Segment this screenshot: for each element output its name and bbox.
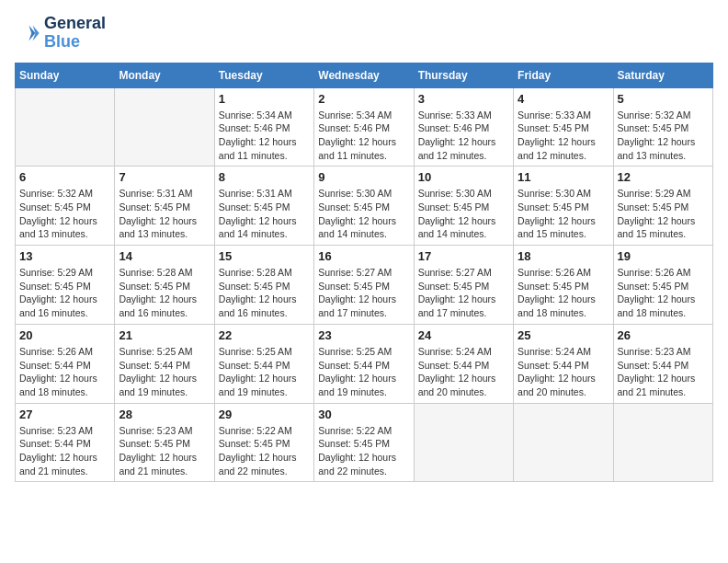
day-header: Wednesday — [314, 63, 414, 87]
calendar-cell: 17Sunrise: 5:27 AMSunset: 5:45 PMDayligh… — [414, 246, 513, 325]
calendar-cell: 1Sunrise: 5:34 AMSunset: 5:46 PMDaylight… — [214, 87, 313, 167]
calendar-cell: 7Sunrise: 5:31 AMSunset: 5:45 PMDaylight… — [115, 167, 214, 246]
day-number: 9 — [318, 170, 409, 184]
day-info: Sunrise: 5:23 AMSunset: 5:45 PMDaylight:… — [119, 424, 210, 478]
day-number: 20 — [19, 328, 110, 342]
calendar-cell: 5Sunrise: 5:32 AMSunset: 5:45 PMDaylight… — [613, 87, 712, 167]
calendar-cell: 11Sunrise: 5:30 AMSunset: 5:45 PMDayligh… — [514, 167, 613, 246]
day-info: Sunrise: 5:23 AMSunset: 5:44 PMDaylight:… — [618, 345, 709, 399]
day-info: Sunrise: 5:30 AMSunset: 5:45 PMDaylight:… — [518, 187, 609, 241]
day-number: 11 — [518, 170, 609, 184]
day-header: Thursday — [414, 63, 513, 87]
calendar-cell: 23Sunrise: 5:25 AMSunset: 5:44 PMDayligh… — [314, 324, 414, 403]
day-number: 5 — [618, 92, 709, 106]
calendar-cell — [613, 403, 712, 482]
day-number: 21 — [119, 328, 210, 342]
day-info: Sunrise: 5:28 AMSunset: 5:45 PMDaylight:… — [219, 266, 310, 320]
day-info: Sunrise: 5:24 AMSunset: 5:44 PMDaylight:… — [418, 345, 509, 399]
day-number: 4 — [518, 92, 609, 106]
day-info: Sunrise: 5:33 AMSunset: 5:45 PMDaylight:… — [518, 109, 609, 163]
day-info: Sunrise: 5:31 AMSunset: 5:45 PMDaylight:… — [119, 187, 210, 241]
day-info: Sunrise: 5:29 AMSunset: 5:45 PMDaylight:… — [618, 187, 709, 241]
calendar-week-row: 20Sunrise: 5:26 AMSunset: 5:44 PMDayligh… — [16, 324, 713, 403]
calendar-cell: 22Sunrise: 5:25 AMSunset: 5:44 PMDayligh… — [214, 324, 313, 403]
calendar-cell: 10Sunrise: 5:30 AMSunset: 5:45 PMDayligh… — [414, 167, 513, 246]
calendar-cell: 14Sunrise: 5:28 AMSunset: 5:45 PMDayligh… — [115, 246, 214, 325]
day-info: Sunrise: 5:28 AMSunset: 5:45 PMDaylight:… — [119, 266, 210, 320]
calendar-cell: 28Sunrise: 5:23 AMSunset: 5:45 PMDayligh… — [115, 403, 214, 482]
logo-text: General Blue — [44, 15, 106, 52]
day-info: Sunrise: 5:27 AMSunset: 5:45 PMDaylight:… — [318, 266, 409, 320]
calendar-cell: 2Sunrise: 5:34 AMSunset: 5:46 PMDaylight… — [314, 87, 414, 167]
day-number: 24 — [418, 328, 509, 342]
day-info: Sunrise: 5:33 AMSunset: 5:46 PMDaylight:… — [418, 109, 509, 163]
calendar-header-row: SundayMondayTuesdayWednesdayThursdayFrid… — [16, 63, 713, 87]
day-number: 25 — [518, 328, 609, 342]
day-info: Sunrise: 5:32 AMSunset: 5:45 PMDaylight:… — [19, 187, 110, 241]
calendar-week-row: 27Sunrise: 5:23 AMSunset: 5:44 PMDayligh… — [16, 403, 713, 482]
day-number: 1 — [219, 92, 310, 106]
day-number: 29 — [219, 408, 310, 421]
day-info: Sunrise: 5:29 AMSunset: 5:45 PMDaylight:… — [19, 266, 110, 320]
day-number: 15 — [219, 249, 310, 263]
calendar-week-row: 1Sunrise: 5:34 AMSunset: 5:46 PMDaylight… — [16, 87, 713, 167]
calendar-cell: 4Sunrise: 5:33 AMSunset: 5:45 PMDaylight… — [514, 87, 613, 167]
day-info: Sunrise: 5:30 AMSunset: 5:45 PMDaylight:… — [318, 187, 409, 241]
day-info: Sunrise: 5:26 AMSunset: 5:45 PMDaylight:… — [618, 266, 709, 320]
day-number: 17 — [418, 249, 509, 263]
calendar-cell: 18Sunrise: 5:26 AMSunset: 5:45 PMDayligh… — [514, 246, 613, 325]
day-info: Sunrise: 5:25 AMSunset: 5:44 PMDaylight:… — [119, 345, 210, 399]
day-number: 13 — [19, 249, 110, 263]
calendar-cell: 12Sunrise: 5:29 AMSunset: 5:45 PMDayligh… — [613, 167, 712, 246]
day-header: Monday — [115, 63, 214, 87]
day-info: Sunrise: 5:24 AMSunset: 5:44 PMDaylight:… — [518, 345, 609, 399]
day-header: Tuesday — [214, 63, 313, 87]
day-number: 30 — [318, 408, 409, 421]
day-info: Sunrise: 5:23 AMSunset: 5:44 PMDaylight:… — [19, 424, 110, 478]
day-number: 26 — [618, 328, 709, 342]
day-number: 2 — [318, 92, 409, 106]
day-info: Sunrise: 5:22 AMSunset: 5:45 PMDaylight:… — [219, 424, 310, 478]
calendar-cell: 27Sunrise: 5:23 AMSunset: 5:44 PMDayligh… — [16, 403, 115, 482]
day-info: Sunrise: 5:32 AMSunset: 5:45 PMDaylight:… — [618, 109, 709, 163]
day-number: 23 — [318, 328, 409, 342]
calendar-cell: 26Sunrise: 5:23 AMSunset: 5:44 PMDayligh… — [613, 324, 712, 403]
calendar-cell: 19Sunrise: 5:26 AMSunset: 5:45 PMDayligh… — [613, 246, 712, 325]
day-info: Sunrise: 5:25 AMSunset: 5:44 PMDaylight:… — [219, 345, 310, 399]
day-info: Sunrise: 5:31 AMSunset: 5:45 PMDaylight:… — [219, 187, 310, 241]
calendar-cell: 20Sunrise: 5:26 AMSunset: 5:44 PMDayligh… — [16, 324, 115, 403]
calendar-week-row: 6Sunrise: 5:32 AMSunset: 5:45 PMDaylight… — [16, 167, 713, 246]
logo: General Blue — [15, 15, 106, 52]
day-info: Sunrise: 5:22 AMSunset: 5:45 PMDaylight:… — [318, 424, 409, 478]
calendar-cell: 24Sunrise: 5:24 AMSunset: 5:44 PMDayligh… — [414, 324, 513, 403]
day-info: Sunrise: 5:27 AMSunset: 5:45 PMDaylight:… — [418, 266, 509, 320]
day-header: Saturday — [613, 63, 712, 87]
calendar-cell — [514, 403, 613, 482]
calendar-cell: 16Sunrise: 5:27 AMSunset: 5:45 PMDayligh… — [314, 246, 414, 325]
calendar-cell: 21Sunrise: 5:25 AMSunset: 5:44 PMDayligh… — [115, 324, 214, 403]
calendar-cell: 30Sunrise: 5:22 AMSunset: 5:45 PMDayligh… — [314, 403, 414, 482]
calendar-cell: 25Sunrise: 5:24 AMSunset: 5:44 PMDayligh… — [514, 324, 613, 403]
day-number: 19 — [618, 249, 709, 263]
day-header: Sunday — [16, 63, 115, 87]
day-info: Sunrise: 5:26 AMSunset: 5:45 PMDaylight:… — [518, 266, 609, 320]
day-number: 8 — [219, 170, 310, 184]
calendar-cell: 9Sunrise: 5:30 AMSunset: 5:45 PMDaylight… — [314, 167, 414, 246]
day-info: Sunrise: 5:25 AMSunset: 5:44 PMDaylight:… — [318, 345, 409, 399]
day-number: 14 — [119, 249, 210, 263]
day-info: Sunrise: 5:26 AMSunset: 5:44 PMDaylight:… — [19, 345, 110, 399]
logo-icon — [15, 20, 40, 46]
day-info: Sunrise: 5:34 AMSunset: 5:46 PMDaylight:… — [318, 109, 409, 163]
calendar-cell: 6Sunrise: 5:32 AMSunset: 5:45 PMDaylight… — [16, 167, 115, 246]
calendar-cell — [115, 87, 214, 167]
day-number: 28 — [119, 408, 210, 421]
day-number: 18 — [518, 249, 609, 263]
calendar-cell: 3Sunrise: 5:33 AMSunset: 5:46 PMDaylight… — [414, 87, 513, 167]
day-number: 16 — [318, 249, 409, 263]
day-number: 22 — [219, 328, 310, 342]
day-info: Sunrise: 5:30 AMSunset: 5:45 PMDaylight:… — [418, 187, 509, 241]
calendar-cell: 8Sunrise: 5:31 AMSunset: 5:45 PMDaylight… — [214, 167, 313, 246]
day-number: 12 — [618, 170, 709, 184]
day-info: Sunrise: 5:34 AMSunset: 5:46 PMDaylight:… — [219, 109, 310, 163]
day-number: 3 — [418, 92, 509, 106]
